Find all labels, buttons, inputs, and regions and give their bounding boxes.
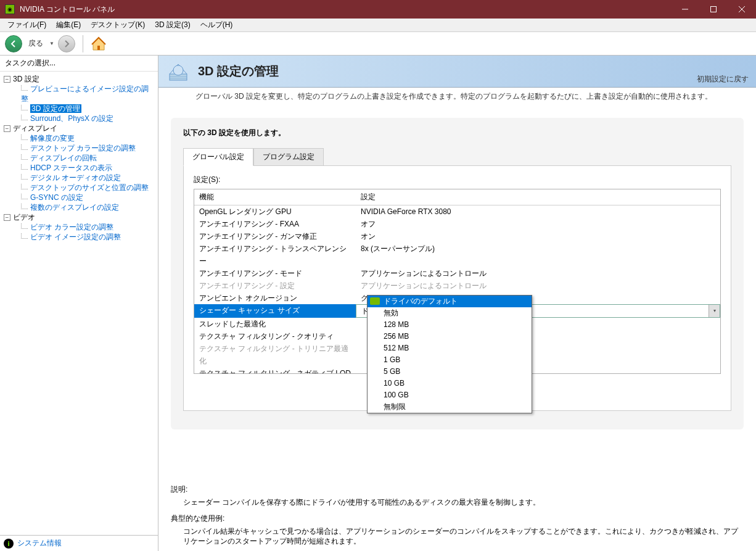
menu-file[interactable]: ファイル(F)	[2, 19, 51, 31]
setting-value: NVIDIA GeForce RTX 3080	[356, 205, 720, 218]
sidebar-item-video-image[interactable]: ビデオ イメージ設定の調整	[30, 233, 121, 241]
settings-row[interactable]: アンチエイリアシング - 設定アプリケーションによるコントロール	[194, 280, 720, 292]
setting-feature: アンビエント オクルージョン	[194, 292, 356, 304]
system-info-link[interactable]: システム情報	[17, 538, 62, 549]
page-header: 3D 設定の管理 初期設定に戻す	[158, 56, 756, 88]
menu-3d-settings[interactable]: 3D 設定(3)	[150, 19, 195, 31]
dropdown-option[interactable]: 5 GB	[368, 366, 532, 378]
nav-toolbar: 戻る ▼	[0, 32, 756, 56]
menu-help[interactable]: ヘルプ(H)	[195, 19, 238, 31]
svg-point-6	[173, 65, 183, 75]
sidebar-item-gsync[interactable]: G-SYNC の設定	[30, 193, 83, 202]
page-header-icon	[166, 59, 191, 84]
page-description: グローバル 3D 設定を変更し、特定のプログラムの上書き設定を作成できます。特定…	[158, 88, 756, 106]
tree-toggle-display[interactable]: −	[4, 125, 10, 132]
usage-label: 典型的な使用例:	[171, 513, 744, 524]
setting-feature: アンチエイリアシング - モード	[194, 267, 356, 280]
tab-global-settings[interactable]: グローバル設定	[183, 148, 253, 166]
tree-toggle-3d[interactable]: −	[4, 76, 10, 83]
setting-feature: テクスチャ フィルタリング - ネガティブ LOD バイアス	[194, 367, 356, 374]
setting-feature: シェーダー キャッシュ サイズ	[194, 304, 356, 318]
tree-group-3d[interactable]: 3D 設定	[13, 75, 39, 83]
tree-group-video[interactable]: ビデオ	[13, 213, 35, 222]
restore-defaults-link[interactable]: 初期設定に戻す	[697, 74, 749, 85]
setting-value: オン	[356, 230, 720, 242]
task-tree: −3D 設定 プレビューによるイメージ設定の調整 3D 設定の管理 Surrou…	[0, 72, 158, 535]
sidebar: タスクの選択... −3D 設定 プレビューによるイメージ設定の調整 3D 設定…	[0, 56, 158, 551]
svg-rect-1	[711, 7, 717, 12]
setting-value: オフ	[356, 218, 720, 230]
settings-row[interactable]: アンチエイリアシング - モードアプリケーションによるコントロール	[194, 267, 720, 280]
dropdown-option[interactable]: 100 GB	[368, 389, 532, 401]
dropdown-option[interactable]: ドライバのデフォルト	[368, 296, 532, 307]
sidebar-item-manage-3d[interactable]: 3D 設定の管理	[30, 104, 81, 113]
setting-feature: アンチエイリアシング - 設定	[194, 280, 356, 292]
dropdown-option[interactable]: 無制限	[368, 401, 532, 413]
setting-value: アプリケーションによるコントロール	[356, 267, 720, 280]
column-feature[interactable]: 機能	[194, 189, 356, 205]
close-button[interactable]	[728, 0, 756, 19]
forward-button[interactable]	[58, 35, 75, 52]
setting-feature: スレッドした最適化	[194, 318, 356, 330]
setting-feature: テクスチャ フィルタリング - クオリティ	[194, 330, 356, 342]
settings-row[interactable]: アンチエイリアシング - トランスペアレンシー8x (スーパーサンプル)	[194, 242, 720, 267]
app-icon	[5, 4, 15, 14]
toolbar-separator	[83, 35, 83, 52]
dropdown-option[interactable]: 無効	[368, 307, 532, 319]
home-icon[interactable]	[91, 36, 107, 52]
back-button[interactable]	[5, 35, 22, 52]
explain-text: シェーダー コンパイルを保存する際にドライバが使用する可能性のあるディスクの最大…	[183, 497, 744, 507]
sidebar-item-preview-image[interactable]: プレビューによるイメージ設定の調整	[21, 85, 149, 103]
menu-bar: ファイル(F) 編集(E) デスクトップ(K) 3D 設定(3) ヘルプ(H)	[0, 19, 756, 32]
setting-feature: OpenGL レンダリング GPU	[194, 205, 356, 218]
usage-text: コンパイル結果がキャッシュで見つかる場合は、アプリケーションのシェーダーのコンパ…	[183, 526, 744, 546]
shader-cache-dropdown[interactable]: ドライバのデフォルト無効128 MB256 MB512 MB1 GB5 GB10…	[367, 295, 532, 413]
info-icon: i	[4, 539, 14, 549]
dropdown-option[interactable]: 10 GB	[368, 378, 532, 389]
sidebar-footer: i システム情報	[0, 535, 158, 551]
settings-row[interactable]: アンチエイリアシング - ガンマ修正オン	[194, 230, 720, 242]
sidebar-item-multi-display[interactable]: 複数のディスプレイの設定	[30, 203, 119, 212]
sidebar-item-desktop-size[interactable]: デスクトップのサイズと位置の調整	[30, 183, 149, 192]
dropdown-option[interactable]: 128 MB	[368, 319, 532, 331]
sidebar-item-video-color[interactable]: ビデオ カラー設定の調整	[30, 223, 113, 231]
minimize-button[interactable]	[671, 0, 699, 19]
settings-row[interactable]: アンチエイリアシング - FXAAオフ	[194, 218, 720, 230]
settings-label: 設定(S):	[194, 175, 721, 185]
tab-program-settings[interactable]: プログラム設定	[253, 148, 324, 165]
tabs-row: グローバル設定 プログラム設定	[183, 148, 731, 165]
menu-edit[interactable]: 編集(E)	[51, 19, 86, 31]
setting-feature: テクスチャ フィルタリング - トリリニア最適化	[194, 342, 356, 367]
title-bar: NVIDIA コントロール パネル	[0, 0, 756, 19]
page-title: 3D 設定の管理	[198, 63, 697, 80]
tree-group-display[interactable]: ディスプレイ	[13, 124, 57, 133]
dropdown-option[interactable]: 1 GB	[368, 354, 532, 366]
maximize-button[interactable]	[699, 0, 728, 19]
bottom-sections: 説明: シェーダー コンパイルを保存する際にドライバが使用する可能性のあるディス…	[158, 473, 756, 551]
dropdown-option[interactable]: 512 MB	[368, 342, 532, 354]
back-label[interactable]: 戻る	[28, 38, 43, 49]
setting-value: 8x (スーパーサンプル)	[356, 242, 720, 267]
panel-title: 以下の 3D 設定を使用します。	[183, 128, 731, 138]
sidebar-item-hdcp[interactable]: HDCP ステータスの表示	[30, 164, 112, 172]
menu-desktop[interactable]: デスクトップ(K)	[86, 19, 150, 31]
sidebar-item-surround-physx[interactable]: Surround、PhysX の設定	[30, 114, 113, 123]
sidebar-item-desktop-color[interactable]: デスクトップ カラー設定の調整	[30, 144, 136, 152]
tree-toggle-video[interactable]: −	[4, 214, 10, 221]
setting-feature: アンチエイリアシング - トランスペアレンシー	[194, 242, 356, 267]
window-title: NVIDIA コントロール パネル	[20, 4, 671, 15]
sidebar-item-resolution[interactable]: 解像度の変更	[30, 134, 75, 143]
sidebar-header: タスクの選択...	[0, 56, 158, 72]
column-setting[interactable]: 設定	[356, 189, 720, 205]
back-dropdown-arrow[interactable]: ▼	[49, 41, 54, 46]
sidebar-item-rotate-display[interactable]: ディスプレイの回転	[30, 154, 97, 162]
setting-feature: アンチエイリアシング - FXAA	[194, 218, 356, 230]
setting-feature: アンチエイリアシング - ガンマ修正	[194, 230, 356, 242]
settings-row[interactable]: OpenGL レンダリング GPUNVIDIA GeForce RTX 3080	[194, 205, 720, 218]
dropdown-arrow-icon[interactable]: ▾	[709, 305, 720, 317]
sidebar-item-digital-audio[interactable]: デジタル オーディオの設定	[30, 173, 121, 182]
setting-value: アプリケーションによるコントロール	[356, 280, 720, 292]
dropdown-option[interactable]: 256 MB	[368, 331, 532, 342]
grid-header: 機能 設定	[194, 189, 720, 205]
svg-rect-4	[97, 46, 100, 50]
